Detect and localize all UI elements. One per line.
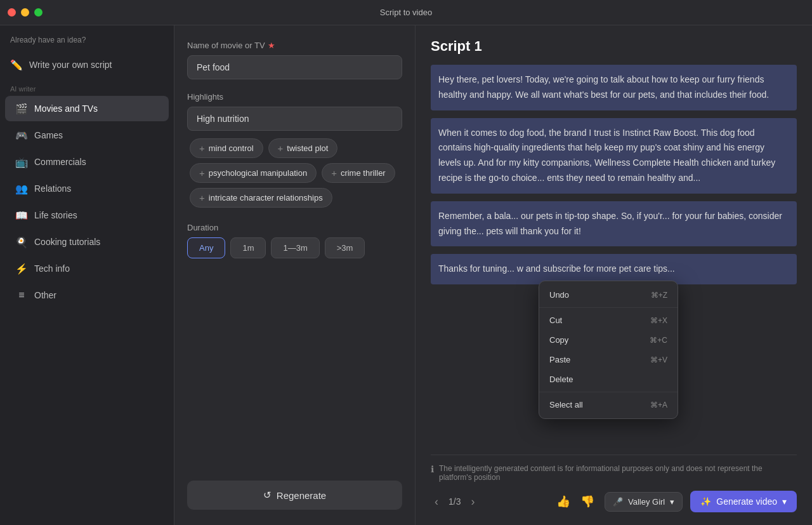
tag-intricate[interactable]: + intricate character relationships: [190, 188, 332, 208]
ai-writer-label: AI writer: [0, 77, 174, 95]
info-icon: ℹ: [431, 464, 434, 474]
regenerate-icon: ↺: [263, 489, 272, 501]
fullscreen-button[interactable]: [34, 8, 43, 17]
titlebar: Script to video: [0, 0, 812, 25]
movies-icon: 🎬: [15, 102, 28, 115]
disclaimer: ℹ The intelligently generated content is…: [431, 464, 797, 482]
context-menu-undo[interactable]: Undo ⌘+Z: [539, 285, 678, 305]
duration-3m-plus[interactable]: >3m: [325, 237, 365, 258]
highlights-label: Highlights: [187, 92, 402, 102]
sidebar-item-commercials[interactable]: 📺 Commercials: [5, 149, 169, 175]
duration-label: Duration: [187, 223, 402, 232]
sidebar-item-other-label: Other: [34, 290, 56, 300]
plus-icon: +: [278, 143, 284, 154]
voice-selector[interactable]: 🎤 Valley Girl ▾: [605, 492, 683, 512]
script-paragraph-2[interactable]: When it comes to dog food, the brand I t…: [431, 118, 797, 194]
duration-1-3m[interactable]: 1—3m: [271, 237, 319, 258]
other-icon: ≡: [15, 289, 28, 302]
sidebar-item-life-stories-label: Life stories: [34, 210, 77, 220]
context-menu-delete-label: Delete: [549, 375, 573, 384]
sidebar-item-tech[interactable]: ⚡ Tech info: [5, 256, 169, 281]
tech-icon: ⚡: [15, 262, 28, 275]
page-indicator: 1/3: [449, 496, 461, 507]
voice-label: Valley Girl: [628, 497, 665, 507]
sidebar-hint: Already have an idea?: [0, 36, 174, 52]
context-menu-select-all-shortcut: ⌘+A: [650, 401, 667, 409]
plus-icon: +: [199, 168, 205, 178]
window-controls: [8, 8, 43, 17]
highlights-field: Highlights + mind control + twisted plot…: [187, 92, 402, 210]
tag-mind-control[interactable]: + mind control: [190, 138, 263, 158]
context-menu-select-all[interactable]: Select all ⌘+A: [539, 395, 678, 415]
close-button[interactable]: [8, 8, 16, 17]
movie-name-label: Name of movie or TV ★: [187, 41, 402, 50]
tag-twisted-plot[interactable]: + twisted plot: [268, 138, 338, 158]
window-title: Script to video: [380, 8, 432, 17]
tag-psychological[interactable]: + psychological manipulation: [190, 163, 317, 183]
context-menu: Undo ⌘+Z Cut ⌘+X Copy ⌘+C Paste ⌘+V Del: [539, 281, 678, 419]
form-panel: Name of movie or TV ★ Highlights + mind …: [174, 25, 416, 525]
next-page-button[interactable]: ›: [467, 494, 478, 510]
plus-icon: +: [199, 143, 205, 154]
script-paragraph-1[interactable]: Hey there, pet lovers! Today, we're goin…: [431, 65, 797, 110]
tag-crime-thriller[interactable]: + crime thriller: [322, 163, 395, 183]
chevron-down-icon: ▾: [670, 497, 674, 507]
context-menu-paste-label: Paste: [549, 355, 570, 364]
context-menu-divider-2: [539, 392, 678, 392]
regenerate-button[interactable]: ↺ Regenerate: [187, 481, 402, 510]
relations-icon: 👥: [15, 182, 28, 195]
sidebar-item-cooking[interactable]: 🍳 Cooking tutorials: [5, 229, 169, 255]
commercials-icon: 📺: [15, 156, 28, 168]
context-menu-paste-shortcut: ⌘+V: [650, 356, 667, 364]
sidebar-item-movies[interactable]: 🎬 Movies and TVs: [5, 96, 169, 121]
context-menu-undo-label: Undo: [549, 290, 569, 300]
thumbs-area: 👍 👎: [554, 492, 597, 511]
games-icon: 🎮: [15, 129, 28, 142]
script-content[interactable]: Hey there, pet lovers! Today, we're goin…: [431, 65, 797, 448]
plus-icon: +: [331, 168, 337, 178]
minimize-button[interactable]: [21, 8, 29, 17]
context-menu-paste[interactable]: Paste ⌘+V: [539, 350, 678, 369]
sidebar-item-relations-label: Relations: [34, 183, 71, 194]
context-menu-cut[interactable]: Cut ⌘+X: [539, 310, 678, 330]
sparkle-icon: ✨: [700, 496, 711, 507]
prev-page-button[interactable]: ‹: [431, 494, 442, 510]
duration-buttons: Any 1m 1—3m >3m: [187, 237, 402, 258]
context-menu-copy-shortcut: ⌘+C: [650, 336, 667, 345]
context-menu-cut-label: Cut: [549, 316, 562, 325]
tags-container: + mind control + twisted plot + psycholo…: [187, 136, 402, 210]
required-indicator: ★: [268, 41, 275, 50]
sidebar-item-games-label: Games: [34, 130, 63, 140]
sidebar-item-cooking-label: Cooking tutorials: [34, 237, 100, 247]
sidebar-item-other[interactable]: ≡ Other: [5, 282, 169, 308]
context-menu-undo-shortcut: ⌘+Z: [651, 291, 667, 300]
generate-chevron-icon: ▾: [782, 496, 787, 507]
highlight-input[interactable]: [187, 107, 402, 131]
sidebar-item-commercials-label: Commercials: [34, 157, 86, 167]
context-menu-copy[interactable]: Copy ⌘+C: [539, 330, 678, 350]
voice-icon: 🎤: [613, 497, 623, 507]
footer-right: 👍 👎 🎤 Valley Girl ▾ ✨ Generate video ▾: [554, 491, 797, 512]
sidebar-item-movies-label: Movies and TVs: [34, 103, 98, 114]
movie-name-field: Name of movie or TV ★: [187, 41, 402, 79]
duration-any[interactable]: Any: [187, 237, 225, 258]
context-menu-delete[interactable]: Delete: [539, 369, 678, 389]
thumbs-up-button[interactable]: 👍: [554, 492, 573, 511]
generate-label: Generate video: [716, 496, 777, 507]
script-paragraph-4[interactable]: Thanks for tuning... w and subscribe for…: [431, 254, 797, 284]
footer-actions: ‹ 1/3 › 👍 👎 🎤 Valley Girl ▾: [431, 491, 797, 512]
generate-video-button[interactable]: ✨ Generate video ▾: [690, 491, 797, 512]
disclaimer-text: The intelligently generated content is f…: [439, 464, 797, 482]
sidebar-item-relations[interactable]: 👥 Relations: [5, 176, 169, 201]
sidebar-item-write-script[interactable]: ✏️ Write your own script: [0, 52, 174, 77]
thumbs-down-button[interactable]: 👎: [578, 492, 597, 511]
script-paragraph-3[interactable]: Remember, a bala... our pets in tip-top …: [431, 201, 797, 247]
page-navigation: ‹ 1/3 ›: [431, 494, 478, 510]
plus-icon: +: [199, 192, 205, 203]
sidebar-item-tech-label: Tech info: [34, 263, 70, 274]
movie-name-input[interactable]: [187, 55, 402, 79]
sidebar-item-life-stories[interactable]: 📖 Life stories: [5, 203, 169, 228]
sidebar-item-games[interactable]: 🎮 Games: [5, 123, 169, 148]
script-title: Script 1: [431, 38, 797, 55]
duration-1m[interactable]: 1m: [230, 237, 266, 258]
